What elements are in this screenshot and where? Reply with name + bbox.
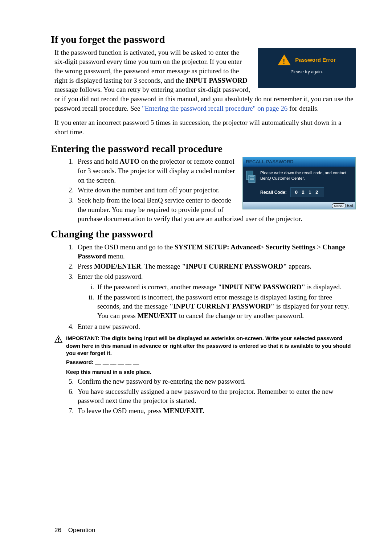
recall-code-value: 0 2 1 2 bbox=[290, 187, 324, 197]
list-item: Enter the old password. If the password … bbox=[75, 272, 356, 321]
sub-steps: If the password is correct, another mess… bbox=[78, 282, 356, 321]
text: > bbox=[260, 243, 265, 251]
text-bold: "INPUT CURRENT PASSWORD" bbox=[182, 262, 287, 270]
recall-foot: MENU Exit bbox=[243, 202, 355, 209]
list-item: If the password is incorrect, the passwo… bbox=[96, 293, 356, 321]
text-bold: MENU/EXIT. bbox=[163, 407, 204, 415]
svg-rect-1 bbox=[249, 175, 255, 183]
text: appears. bbox=[287, 262, 312, 270]
note-icon bbox=[246, 170, 257, 197]
text-bold: MENU/EXIT bbox=[137, 312, 177, 319]
text-bold: MODE/ENTER bbox=[94, 262, 141, 270]
text: Open the OSD menu and go to the bbox=[78, 243, 175, 251]
important-note: IMPORTANT: The digits being input will b… bbox=[54, 335, 356, 357]
important-text: IMPORTANT: The digits being input will b… bbox=[66, 335, 356, 357]
text: Press and hold bbox=[78, 158, 120, 165]
heading-recall-procedure: Entering the password recall procedure bbox=[51, 142, 356, 156]
text-bold: INPUT PASSWORD bbox=[186, 77, 248, 84]
text: is displayed. bbox=[305, 283, 342, 291]
exit-label: Exit bbox=[347, 203, 353, 208]
list-item: To leave the OSD menu, press MENU/EXIT. bbox=[75, 406, 356, 416]
heading-if-you-forget: If you forget the password bbox=[51, 33, 356, 46]
recall-text: Please write down the recall code, and c… bbox=[260, 170, 352, 181]
text-bold: AUTO bbox=[120, 158, 140, 165]
warning-icon bbox=[54, 335, 62, 346]
text: for details. bbox=[287, 105, 319, 112]
text: Enter the old password. bbox=[78, 273, 143, 280]
text: to cancel the change or try another pass… bbox=[177, 312, 304, 319]
list-item: If the password is correct, another mess… bbox=[96, 282, 356, 292]
list-item: You have successfully assigned a new pas… bbox=[75, 387, 356, 405]
text-bold: "INPUT CURRENT PASSWORD" bbox=[170, 302, 274, 310]
list-item: Enter a new password. bbox=[75, 322, 356, 331]
password-error-msg: Please try again. bbox=[290, 69, 323, 75]
text: menu. bbox=[106, 252, 125, 260]
menu-button-label: MENU bbox=[332, 203, 346, 208]
forget-para2: If you enter an incorrect password 5 tim… bbox=[54, 118, 356, 136]
change-steps: Open the OSD menu and go to the SYSTEM S… bbox=[54, 242, 356, 331]
link-recall-procedure[interactable]: "Entering the password recall procedure"… bbox=[142, 105, 287, 112]
heading-changing-password: Changing the password bbox=[51, 227, 356, 241]
list-item: Confirm the new password by re-entering … bbox=[75, 377, 356, 386]
password-blank-line: Password: __ __ __ __ __ __ bbox=[66, 358, 356, 367]
list-item: Press MODE/ENTER. The message "INPUT CUR… bbox=[75, 262, 356, 271]
list-item: Open the OSD menu and go to the SYSTEM S… bbox=[75, 242, 356, 261]
text-bold: Security Settings bbox=[266, 243, 315, 251]
password-error-title: Password Error bbox=[295, 56, 336, 64]
keep-manual-line: Keep this manual in a safe place. bbox=[66, 368, 356, 376]
text-bold: SYSTEM SETUP: Advanced bbox=[175, 243, 260, 251]
warning-icon bbox=[278, 54, 291, 65]
recall-password-box: RECALL PASSWORD Please write down the re… bbox=[242, 157, 356, 209]
text: . The message bbox=[141, 262, 182, 270]
text: To leave the OSD menu, press bbox=[78, 407, 163, 415]
svg-point-7 bbox=[58, 341, 59, 342]
text-bold: "INPUT NEW PASSWORD" bbox=[218, 283, 305, 291]
recall-head: RECALL PASSWORD bbox=[243, 157, 355, 167]
text: If the password is correct, another mess… bbox=[97, 283, 218, 291]
change-steps-cont: Confirm the new password by re-entering … bbox=[54, 377, 356, 416]
text: > bbox=[315, 243, 323, 251]
recall-code-label: Recall Code: bbox=[260, 189, 287, 195]
text: Press bbox=[78, 262, 94, 270]
password-error-box: Password Error Please try again. bbox=[258, 48, 356, 88]
